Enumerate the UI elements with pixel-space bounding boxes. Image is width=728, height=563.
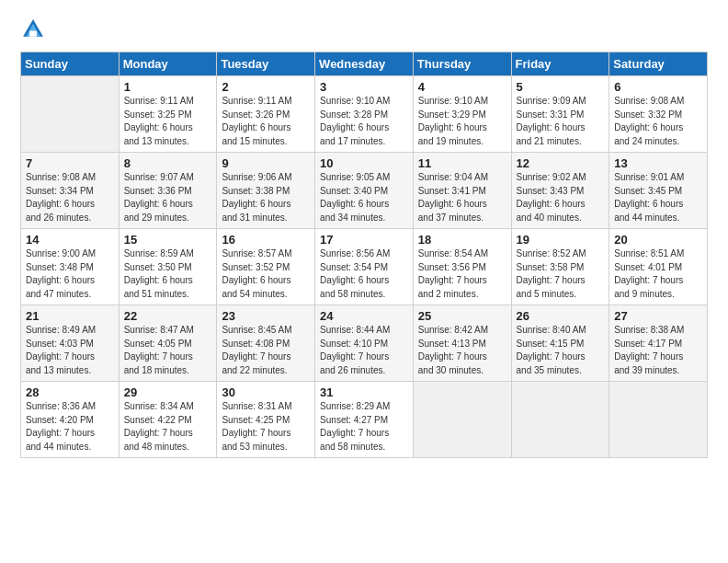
- day-number: 5: [517, 80, 606, 94]
- calendar-table: SundayMondayTuesdayWednesdayThursdayFrid…: [20, 52, 708, 458]
- day-cell: 12Sunrise: 9:02 AM Sunset: 3:43 PM Dayli…: [511, 153, 609, 229]
- svg-rect-2: [29, 31, 37, 37]
- day-cell: 31Sunrise: 8:29 AM Sunset: 4:27 PM Dayli…: [315, 382, 414, 458]
- day-info: Sunrise: 8:57 AM Sunset: 3:52 PM Dayligh…: [222, 247, 311, 301]
- day-number: 29: [124, 385, 213, 399]
- day-info: Sunrise: 9:08 AM Sunset: 3:32 PM Dayligh…: [614, 95, 703, 148]
- day-info: Sunrise: 9:07 AM Sunset: 3:36 PM Dayligh…: [124, 171, 213, 224]
- weekday-header-row: SundayMondayTuesdayWednesdayThursdayFrid…: [21, 52, 708, 76]
- day-info: Sunrise: 8:34 AM Sunset: 4:22 PM Dayligh…: [124, 400, 213, 454]
- day-cell: 28Sunrise: 8:36 AM Sunset: 4:20 PM Dayli…: [21, 382, 119, 458]
- day-cell: [609, 382, 708, 458]
- day-number: 15: [124, 233, 213, 247]
- day-number: 16: [222, 233, 311, 247]
- day-info: Sunrise: 9:06 AM Sunset: 3:38 PM Dayligh…: [222, 171, 311, 224]
- day-info: Sunrise: 8:52 AM Sunset: 3:58 PM Dayligh…: [517, 247, 606, 301]
- day-cell: [511, 382, 609, 458]
- day-number: 31: [320, 385, 409, 399]
- weekday-monday: Monday: [119, 52, 217, 76]
- day-info: Sunrise: 8:49 AM Sunset: 4:03 PM Dayligh…: [26, 324, 115, 377]
- week-row-4: 28Sunrise: 8:36 AM Sunset: 4:20 PM Dayli…: [21, 382, 708, 458]
- day-info: Sunrise: 9:10 AM Sunset: 3:29 PM Dayligh…: [418, 95, 507, 148]
- day-cell: 4Sunrise: 9:10 AM Sunset: 3:29 PM Daylig…: [413, 76, 511, 153]
- day-number: 28: [26, 385, 115, 399]
- day-cell: 15Sunrise: 8:59 AM Sunset: 3:50 PM Dayli…: [119, 229, 217, 305]
- day-cell: 24Sunrise: 8:44 AM Sunset: 4:10 PM Dayli…: [315, 305, 414, 382]
- day-number: 20: [614, 233, 703, 247]
- day-number: 8: [124, 156, 213, 170]
- week-row-1: 7Sunrise: 9:08 AM Sunset: 3:34 PM Daylig…: [21, 153, 708, 229]
- day-cell: [413, 382, 511, 458]
- day-info: Sunrise: 8:51 AM Sunset: 4:01 PM Dayligh…: [614, 247, 703, 301]
- day-number: 18: [418, 233, 507, 247]
- day-number: 14: [26, 233, 115, 247]
- day-cell: 1Sunrise: 9:11 AM Sunset: 3:25 PM Daylig…: [119, 76, 217, 153]
- day-cell: 13Sunrise: 9:01 AM Sunset: 3:45 PM Dayli…: [609, 153, 708, 229]
- day-cell: 3Sunrise: 9:10 AM Sunset: 3:28 PM Daylig…: [315, 76, 414, 153]
- day-info: Sunrise: 8:59 AM Sunset: 3:50 PM Dayligh…: [124, 247, 213, 301]
- day-info: Sunrise: 9:01 AM Sunset: 3:45 PM Dayligh…: [614, 171, 703, 224]
- day-number: 19: [517, 233, 606, 247]
- day-info: Sunrise: 8:42 AM Sunset: 4:13 PM Dayligh…: [418, 324, 507, 377]
- day-cell: 14Sunrise: 9:00 AM Sunset: 3:48 PM Dayli…: [21, 229, 119, 305]
- day-info: Sunrise: 8:44 AM Sunset: 4:10 PM Dayligh…: [320, 324, 409, 377]
- day-info: Sunrise: 8:36 AM Sunset: 4:20 PM Dayligh…: [26, 400, 115, 454]
- day-cell: 22Sunrise: 8:47 AM Sunset: 4:05 PM Dayli…: [119, 305, 217, 382]
- day-info: Sunrise: 8:38 AM Sunset: 4:17 PM Dayligh…: [614, 324, 703, 377]
- day-number: 9: [222, 156, 311, 170]
- weekday-thursday: Thursday: [413, 52, 511, 76]
- day-info: Sunrise: 9:05 AM Sunset: 3:40 PM Dayligh…: [320, 171, 409, 224]
- logo: [20, 17, 48, 42]
- day-info: Sunrise: 8:40 AM Sunset: 4:15 PM Dayligh…: [517, 324, 606, 377]
- day-number: 23: [222, 309, 311, 323]
- day-info: Sunrise: 8:29 AM Sunset: 4:27 PM Dayligh…: [320, 400, 409, 454]
- day-info: Sunrise: 9:10 AM Sunset: 3:28 PM Dayligh…: [320, 95, 409, 148]
- day-number: 3: [320, 80, 409, 94]
- day-cell: 5Sunrise: 9:09 AM Sunset: 3:31 PM Daylig…: [511, 76, 609, 153]
- day-number: 30: [222, 385, 311, 399]
- day-cell: 8Sunrise: 9:07 AM Sunset: 3:36 PM Daylig…: [119, 153, 217, 229]
- day-number: 7: [26, 156, 115, 170]
- day-cell: 16Sunrise: 8:57 AM Sunset: 3:52 PM Dayli…: [217, 229, 315, 305]
- day-info: Sunrise: 9:11 AM Sunset: 3:26 PM Dayligh…: [222, 95, 311, 148]
- day-info: Sunrise: 8:47 AM Sunset: 4:05 PM Dayligh…: [124, 324, 213, 377]
- day-number: 17: [320, 233, 409, 247]
- weekday-sunday: Sunday: [21, 52, 119, 76]
- day-cell: 18Sunrise: 8:54 AM Sunset: 3:56 PM Dayli…: [413, 229, 511, 305]
- day-cell: [21, 76, 119, 153]
- logo-icon: [20, 17, 46, 42]
- day-number: 2: [222, 80, 311, 94]
- day-cell: 19Sunrise: 8:52 AM Sunset: 3:58 PM Dayli…: [511, 229, 609, 305]
- day-info: Sunrise: 9:08 AM Sunset: 3:34 PM Dayligh…: [26, 171, 115, 224]
- day-info: Sunrise: 9:09 AM Sunset: 3:31 PM Dayligh…: [517, 95, 606, 148]
- day-info: Sunrise: 8:56 AM Sunset: 3:54 PM Dayligh…: [320, 247, 409, 301]
- day-info: Sunrise: 8:45 AM Sunset: 4:08 PM Dayligh…: [222, 324, 311, 377]
- day-cell: 6Sunrise: 9:08 AM Sunset: 3:32 PM Daylig…: [609, 76, 708, 153]
- day-number: 24: [320, 309, 409, 323]
- week-row-2: 14Sunrise: 9:00 AM Sunset: 3:48 PM Dayli…: [21, 229, 708, 305]
- day-number: 12: [517, 156, 606, 170]
- day-cell: 2Sunrise: 9:11 AM Sunset: 3:26 PM Daylig…: [217, 76, 315, 153]
- day-cell: 27Sunrise: 8:38 AM Sunset: 4:17 PM Dayli…: [609, 305, 708, 382]
- day-cell: 23Sunrise: 8:45 AM Sunset: 4:08 PM Dayli…: [217, 305, 315, 382]
- day-number: 6: [614, 80, 703, 94]
- day-cell: 21Sunrise: 8:49 AM Sunset: 4:03 PM Dayli…: [21, 305, 119, 382]
- weekday-tuesday: Tuesday: [217, 52, 315, 76]
- day-number: 11: [418, 156, 507, 170]
- weekday-friday: Friday: [511, 52, 609, 76]
- day-info: Sunrise: 9:02 AM Sunset: 3:43 PM Dayligh…: [517, 171, 606, 224]
- day-number: 27: [614, 309, 703, 323]
- day-cell: 10Sunrise: 9:05 AM Sunset: 3:40 PM Dayli…: [315, 153, 414, 229]
- day-info: Sunrise: 9:11 AM Sunset: 3:25 PM Dayligh…: [124, 95, 213, 148]
- day-cell: 17Sunrise: 8:56 AM Sunset: 3:54 PM Dayli…: [315, 229, 414, 305]
- day-cell: 9Sunrise: 9:06 AM Sunset: 3:38 PM Daylig…: [217, 153, 315, 229]
- day-cell: 11Sunrise: 9:04 AM Sunset: 3:41 PM Dayli…: [413, 153, 511, 229]
- day-cell: 20Sunrise: 8:51 AM Sunset: 4:01 PM Dayli…: [609, 229, 708, 305]
- day-cell: 7Sunrise: 9:08 AM Sunset: 3:34 PM Daylig…: [21, 153, 119, 229]
- weekday-saturday: Saturday: [609, 52, 708, 76]
- week-row-0: 1Sunrise: 9:11 AM Sunset: 3:25 PM Daylig…: [21, 76, 708, 153]
- day-info: Sunrise: 9:00 AM Sunset: 3:48 PM Dayligh…: [26, 247, 115, 301]
- day-number: 22: [124, 309, 213, 323]
- day-number: 10: [320, 156, 409, 170]
- week-row-3: 21Sunrise: 8:49 AM Sunset: 4:03 PM Dayli…: [21, 305, 708, 382]
